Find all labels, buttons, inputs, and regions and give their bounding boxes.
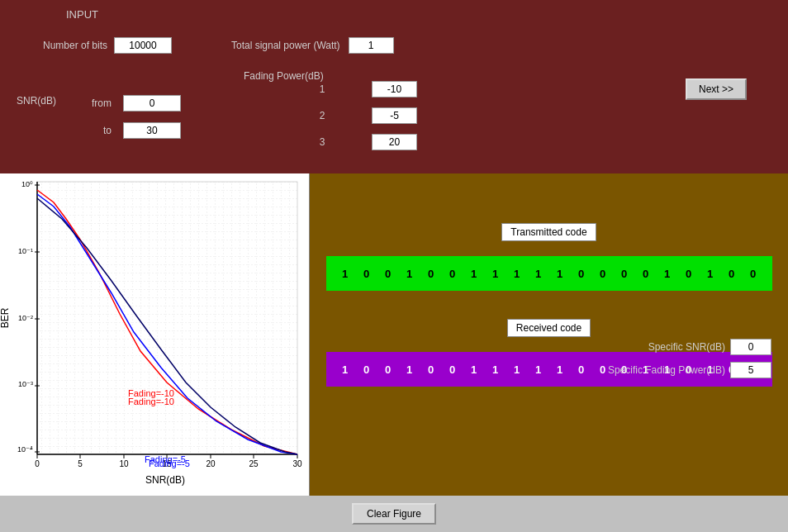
fading-row-3: 3 xyxy=(314,134,417,150)
fading-row-2: 2 xyxy=(314,107,417,124)
x-axis-label: SNR(dB) xyxy=(145,474,185,486)
fading-input-1[interactable] xyxy=(372,81,417,97)
fading-input-3[interactable] xyxy=(372,134,417,150)
svg-text:20: 20 xyxy=(206,459,216,468)
to-label: to xyxy=(66,125,112,136)
svg-text:30: 30 xyxy=(292,459,302,468)
snr-to-input[interactable] xyxy=(123,122,181,139)
fading-num-2: 2 xyxy=(314,110,330,121)
svg-text:10⁰: 10⁰ xyxy=(21,180,33,188)
total-signal-input[interactable] xyxy=(349,37,394,54)
fading-5-overlay: Fading=-5 xyxy=(145,454,186,464)
svg-text:0: 0 xyxy=(35,459,40,468)
snr-label: SNR(dB) xyxy=(17,95,56,107)
transmitted-code-button[interactable]: Transmitted code xyxy=(501,223,596,241)
ber-plot-svg: BER 10⁰ 10⁻¹ 10⁻² 10⁻³ 10⁻⁴ 0 5 10 xyxy=(0,173,310,496)
total-signal-label: Total signal power (Watt) xyxy=(231,40,340,51)
fading-num-1: 1 xyxy=(314,83,330,95)
svg-text:25: 25 xyxy=(249,459,259,468)
num-bits-input[interactable] xyxy=(114,37,172,54)
fading-10-overlay: Fading=-10 xyxy=(128,397,174,406)
received-code-button[interactable]: Received code xyxy=(507,319,591,337)
input-panel: INPUT Number of bits Total signal power … xyxy=(0,0,788,173)
specific-fading-row: Specific Fading Power(dB) xyxy=(593,362,771,378)
svg-text:10⁻¹: 10⁻¹ xyxy=(18,247,33,255)
bottom-area: BER 10⁰ 10⁻¹ 10⁻² 10⁻³ 10⁻⁴ 0 5 10 xyxy=(0,173,788,496)
num-bits-label: Number of bits xyxy=(17,40,107,51)
svg-text:10: 10 xyxy=(119,459,129,468)
from-label: from xyxy=(66,97,112,109)
snr-from-input[interactable] xyxy=(123,95,181,112)
y-axis-label: BER xyxy=(0,307,11,328)
input-title: INPUT xyxy=(66,8,771,21)
next-button[interactable]: Next >> xyxy=(686,78,747,100)
svg-text:5: 5 xyxy=(78,459,83,468)
specific-snr-row: Specific SNR(dB) xyxy=(593,339,771,355)
svg-text:10⁻⁴: 10⁻⁴ xyxy=(17,445,33,454)
specific-snr-section: Specific SNR(dB) Specific Fading Power(d… xyxy=(593,339,771,378)
specific-snr-input[interactable] xyxy=(730,339,771,355)
fading-row-1: 1 xyxy=(314,81,417,97)
clear-figure-button[interactable]: Clear Figure xyxy=(352,503,436,525)
svg-text:10⁻²: 10⁻² xyxy=(18,314,33,322)
right-panel: Transmitted code 1 0 0 1 0 0 1 1 1 1 1 0… xyxy=(310,173,788,496)
fading-num-3: 3 xyxy=(314,136,330,148)
transmitted-code-bar: 1 0 0 1 0 0 1 1 1 1 1 0 0 0 0 1 0 1 0 0 xyxy=(326,256,772,291)
bottom-bar: Clear Figure xyxy=(0,496,788,532)
ber-plot-area: BER 10⁰ 10⁻¹ 10⁻² 10⁻³ 10⁻⁴ 0 5 10 xyxy=(0,173,310,496)
fading-label: Fading Power(dB) xyxy=(244,70,324,82)
svg-rect-1 xyxy=(37,182,297,454)
fading-input-2[interactable] xyxy=(372,107,417,124)
specific-fading-label: Specific Fading Power(dB) xyxy=(593,364,725,376)
specific-fading-input[interactable] xyxy=(730,362,771,378)
specific-snr-label: Specific SNR(dB) xyxy=(593,341,725,353)
svg-text:10⁻³: 10⁻³ xyxy=(18,380,33,388)
